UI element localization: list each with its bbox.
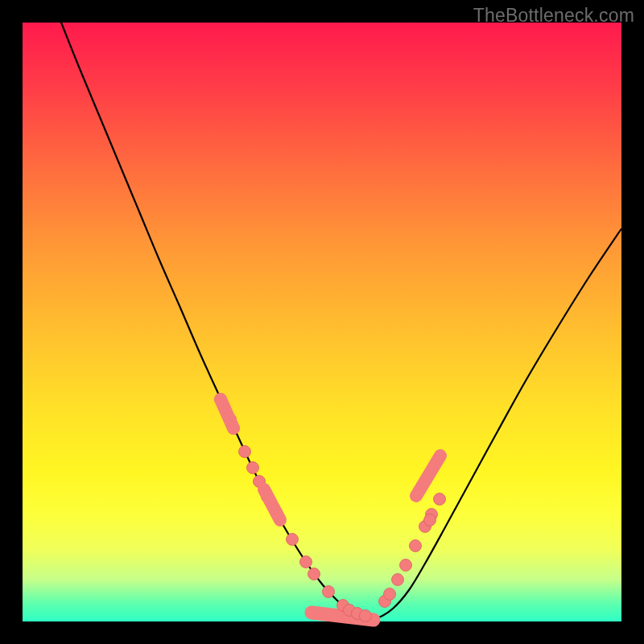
- watermark-text: TheBottleneck.com: [473, 5, 634, 27]
- curve-marker: [360, 610, 372, 622]
- curve-marker-pill: [416, 456, 440, 496]
- curve-marker: [400, 559, 412, 572]
- curve-marker: [239, 446, 251, 458]
- curve-marker: [384, 588, 396, 601]
- curve-marker: [424, 514, 436, 526]
- curve-svg: [23, 23, 621, 621]
- bottleneck-curve: [60, 19, 621, 619]
- curve-marker-pill: [221, 399, 233, 428]
- curve-marker: [247, 462, 259, 474]
- curve-marker: [410, 540, 422, 552]
- curve-marker: [392, 574, 404, 586]
- curve-marker: [308, 568, 320, 580]
- curve-marker-pill: [264, 489, 280, 520]
- curve-marker: [287, 534, 299, 546]
- plot-area: [23, 23, 621, 621]
- curve-marker: [434, 493, 446, 506]
- curve-marker: [323, 586, 335, 598]
- curve-marker: [300, 556, 312, 568]
